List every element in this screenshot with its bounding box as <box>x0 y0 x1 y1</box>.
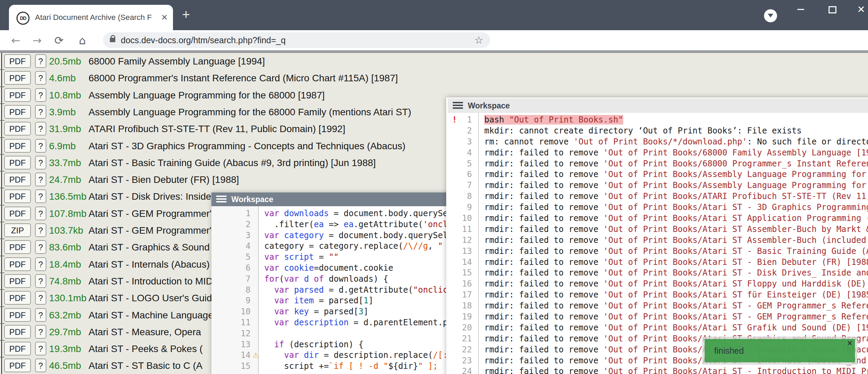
row-separator <box>0 340 4 341</box>
file-type-button[interactable]: PDF <box>4 325 31 339</box>
info-question-button[interactable]: ? <box>35 122 46 136</box>
file-type-button[interactable]: PDF <box>4 308 31 322</box>
terminal-line: rmdir: failed to remove 'Out of Print Bo… <box>484 148 868 159</box>
window-maximize-button[interactable] <box>824 3 840 16</box>
doc-size: 74.8mb <box>49 273 81 290</box>
terminal-line-number: 3 <box>448 137 478 148</box>
file-type-button[interactable]: PDF <box>4 291 31 305</box>
terminal-output[interactable]: 1!23456789101112131415161718192021222324… <box>448 113 868 374</box>
doc-title: Atari ST - Introduction to MIDI <box>89 273 216 290</box>
terminal-line: rmdir: failed to remove 'Out of Print Bo… <box>484 290 868 301</box>
editor-line-number: 14⚠ <box>211 350 258 361</box>
info-question-button[interactable]: ? <box>35 189 46 203</box>
home-icon[interactable]: ⌂ <box>75 33 90 48</box>
file-type-button[interactable]: PDF <box>4 207 31 220</box>
terminal-line: rmdir: failed to remove 'Out of Print Bo… <box>484 323 868 334</box>
info-question-button[interactable]: ? <box>35 223 46 237</box>
lock-icon[interactable] <box>110 38 115 42</box>
doc-size: 83.6mb <box>49 239 81 256</box>
bookmark-star-icon[interactable]: ☆ <box>474 35 485 46</box>
tab-title: Atari Document Archive (Search F <box>35 5 156 30</box>
code-line: var description = d.parentElement.pa <box>264 317 465 328</box>
info-question-button[interactable]: ? <box>35 156 46 170</box>
file-type-button[interactable]: PDF <box>4 342 31 355</box>
terminal-line-number: 2 <box>448 126 478 137</box>
info-question-button[interactable]: ? <box>35 105 46 119</box>
file-type-button[interactable]: PDF <box>4 359 31 372</box>
terminal-line-number: 4 <box>448 148 478 159</box>
code-line: if (description) { <box>264 339 465 350</box>
url-text[interactable]: docs.dev-docs.org/htm/search.php?find=_q <box>121 32 286 48</box>
terminal-line-number: 20 <box>448 323 478 334</box>
editor-line-number: 13 <box>211 339 258 350</box>
editor-line-number: 7 <box>211 274 258 285</box>
file-type-button[interactable]: PDF <box>4 88 31 102</box>
terminal-line-number: 17 <box>448 290 478 301</box>
terminal-line: rmdir: failed to remove 'Out of Print Bo… <box>484 191 868 202</box>
editor-window-titlebar[interactable]: Workspace <box>211 192 465 206</box>
doc-size: 29.7mb <box>49 324 81 340</box>
terminal-line: mkdir: cannot create directory ‘Out of P… <box>484 126 868 137</box>
info-question-button[interactable]: ? <box>35 54 46 68</box>
file-type-button[interactable]: PDF <box>4 257 31 271</box>
info-question-button[interactable]: ? <box>35 291 46 305</box>
terminal-line-number: 19 <box>448 312 478 323</box>
reload-icon[interactable]: ⟳ <box>51 33 67 48</box>
terminal-line: rmdir: failed to remove 'Out of Print Bo… <box>484 224 868 235</box>
code-line: var parsed = d.getAttribute("onclick <box>264 285 465 296</box>
terminal-line-number: 14 <box>448 257 478 268</box>
file-type-button[interactable]: PDF <box>4 240 31 254</box>
doc-size: 6.9mb <box>49 138 76 154</box>
site-favicon-icon: DD <box>16 12 30 25</box>
back-icon[interactable]: ← <box>8 33 23 48</box>
code-editor[interactable]: 1234567891011121314⚠15 var downloads = d… <box>211 206 465 374</box>
editor-code-area[interactable]: var downloads = document.body.querySel .… <box>259 206 465 374</box>
doc-title: 68000 Programmer's Instant Reference Car… <box>89 70 398 86</box>
doc-size: 46.5mb <box>49 357 81 374</box>
hamburger-menu-icon[interactable] <box>216 196 227 203</box>
new-tab-button[interactable]: + <box>178 8 194 23</box>
file-type-button[interactable]: PDF <box>4 105 31 119</box>
info-question-button[interactable]: ? <box>35 342 46 355</box>
info-question-button[interactable]: ? <box>35 274 46 288</box>
doc-title: Atari ST - Peeks & Pokes ( <box>89 340 203 357</box>
window-close-button[interactable]: ✕ <box>853 3 868 16</box>
file-type-button[interactable]: PDF <box>4 156 31 170</box>
terminal-line: rmdir: failed to remove 'Out of Print Bo… <box>484 257 868 268</box>
window-minimize-button[interactable] <box>793 3 809 16</box>
file-type-button[interactable]: PDF <box>4 54 31 68</box>
tab-search-caret-icon[interactable] <box>764 9 777 22</box>
info-question-button[interactable]: ? <box>35 207 46 220</box>
doc-size: 33.7mb <box>49 154 81 171</box>
info-question-button[interactable]: ? <box>35 359 46 372</box>
terminal-line: rm: cannot remove 'Out of Print Books/*/… <box>484 137 868 148</box>
info-question-button[interactable]: ? <box>35 173 46 186</box>
browser-tab[interactable]: DD Atari Document Archive (Search F ✕ <box>9 5 173 30</box>
info-question-button[interactable]: ? <box>35 139 46 153</box>
terminal-window-titlebar[interactable]: Workspace <box>448 98 868 113</box>
tab-close-icon[interactable]: ✕ <box>159 12 170 23</box>
file-type-button[interactable]: PDF <box>4 139 31 153</box>
file-type-button[interactable]: PDF <box>4 71 31 85</box>
info-question-button[interactable]: ? <box>35 308 46 322</box>
info-question-button[interactable]: ? <box>35 257 46 271</box>
file-type-button[interactable]: PDF <box>4 122 31 136</box>
info-question-button[interactable]: ? <box>35 88 46 102</box>
file-type-button[interactable]: PDF <box>4 189 31 203</box>
url-bar[interactable]: docs.dev-docs.org/htm/search.php?find=_q… <box>103 32 490 48</box>
row-separator <box>0 171 4 172</box>
hamburger-menu-icon[interactable] <box>453 102 463 109</box>
info-question-button[interactable]: ? <box>35 325 46 339</box>
file-type-button[interactable]: ZIP <box>4 223 31 237</box>
doc-title: ATARI Profibuch ST-STE-TT (Rev 11, Publi… <box>89 120 345 137</box>
file-type-button[interactable]: PDF <box>4 274 31 288</box>
toast-close-icon[interactable]: × <box>847 338 852 348</box>
terminal-workspace-window: Workspace 1!2345678910111213141516171819… <box>446 97 868 374</box>
forward-icon[interactable]: → <box>30 33 45 48</box>
terminal-text-area[interactable]: bash "Out of Print Books.sh"mkdir: canno… <box>479 113 868 374</box>
info-question-button[interactable]: ? <box>35 240 46 254</box>
doc-size: 31.9mb <box>49 120 81 137</box>
finished-toast: finished × <box>702 337 857 365</box>
info-question-button[interactable]: ? <box>35 71 46 85</box>
file-type-button[interactable]: PDF <box>4 173 31 186</box>
